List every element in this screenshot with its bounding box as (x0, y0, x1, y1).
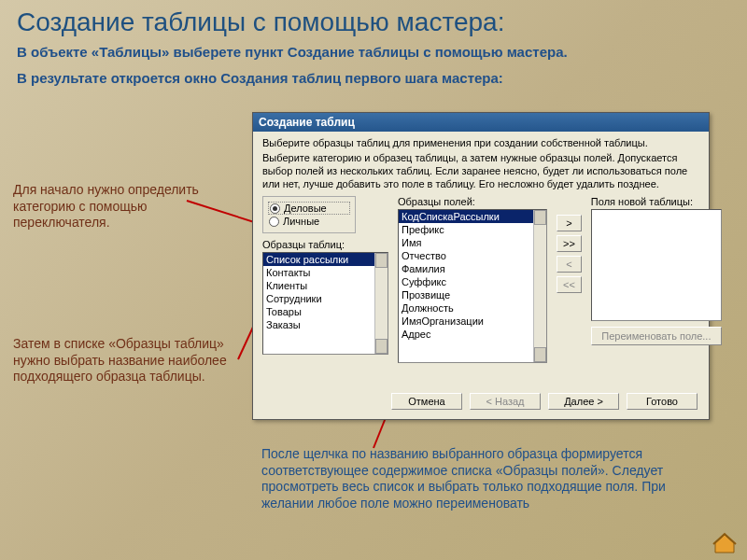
wizard-dialog: Создание таблиц Выберите образцы таблиц … (252, 112, 710, 420)
radio-dot-on-icon (270, 203, 280, 214)
list-item[interactable]: Контакты (263, 266, 388, 279)
samples-label: Образцы таблиц: (262, 239, 388, 250)
list-item[interactable]: Имя (399, 236, 546, 249)
list-item[interactable]: Префикс (399, 223, 546, 236)
radio-business[interactable]: Деловые (269, 203, 349, 214)
dialog-title: Создание таблиц (253, 113, 709, 132)
new-fields-label: Поля новой таблицы: (591, 196, 722, 207)
fields-label: Образцы полей: (398, 196, 547, 207)
list-item[interactable]: Заказы (263, 318, 388, 331)
remove-field-button[interactable]: < (557, 256, 582, 273)
list-item[interactable]: ИмяОрганизации (399, 315, 546, 328)
list-item[interactable]: Прозвище (399, 288, 546, 301)
annotation-fields: После щелчка по названию выбранного обра… (261, 446, 682, 511)
dialog-intro-2: Выберите категорию и образец таблицы, а … (262, 152, 699, 190)
intro-paragraph-2: В результате откроется окно Создания таб… (0, 65, 747, 91)
remove-all-fields-button[interactable]: << (557, 276, 582, 293)
annotation-category: Для начало нужно определить категорию с … (13, 182, 209, 231)
list-item[interactable]: Отчество (399, 249, 546, 262)
radio-business-label: Деловые (284, 203, 327, 214)
add-field-button[interactable]: > (557, 215, 582, 231)
list-item[interactable]: Фамилия (399, 262, 546, 275)
slide-title: Создание таблицы с помощью мастера: (0, 0, 747, 39)
list-item[interactable]: Адрес (399, 328, 546, 341)
scrollbar[interactable] (533, 210, 546, 362)
fields-listbox[interactable]: КодСпискаРассылки Префикс Имя Отчество Ф… (398, 209, 547, 363)
back-button[interactable]: < Назад (470, 393, 541, 410)
finish-button[interactable]: Готово (627, 393, 698, 410)
list-item[interactable]: Суффикс (399, 275, 546, 288)
category-group: Деловые Личные (262, 196, 356, 233)
add-all-fields-button[interactable]: >> (557, 235, 582, 252)
rename-field-button[interactable]: Переименовать поле... (591, 327, 722, 345)
list-item[interactable]: Товары (263, 305, 388, 318)
radio-personal[interactable]: Личные (269, 216, 349, 227)
samples-listbox[interactable]: Список рассылки Контакты Клиенты Сотрудн… (262, 252, 388, 355)
scrollbar[interactable] (374, 253, 388, 354)
list-item[interactable]: Клиенты (263, 279, 388, 292)
radio-personal-label: Личные (283, 216, 319, 227)
cancel-button[interactable]: Отмена (391, 393, 462, 410)
list-item[interactable]: Сотрудники (263, 292, 388, 305)
list-item[interactable]: Список рассылки (263, 253, 388, 266)
next-button[interactable]: Далее > (548, 393, 619, 410)
radio-dot-off-icon (269, 217, 279, 227)
intro-paragraph-1: В объекте «Таблицы» выберете пункт Созда… (0, 39, 747, 65)
list-item[interactable]: Должность (399, 301, 546, 315)
list-item[interactable]: КодСпискаРассылки (399, 210, 546, 223)
new-fields-listbox[interactable] (591, 209, 722, 321)
dialog-intro-1: Выберите образцы таблиц для применения п… (262, 137, 699, 148)
home-icon[interactable] (712, 532, 738, 554)
annotation-samples: Затем в списке «Образцы таблиц» нужно вы… (13, 336, 247, 385)
